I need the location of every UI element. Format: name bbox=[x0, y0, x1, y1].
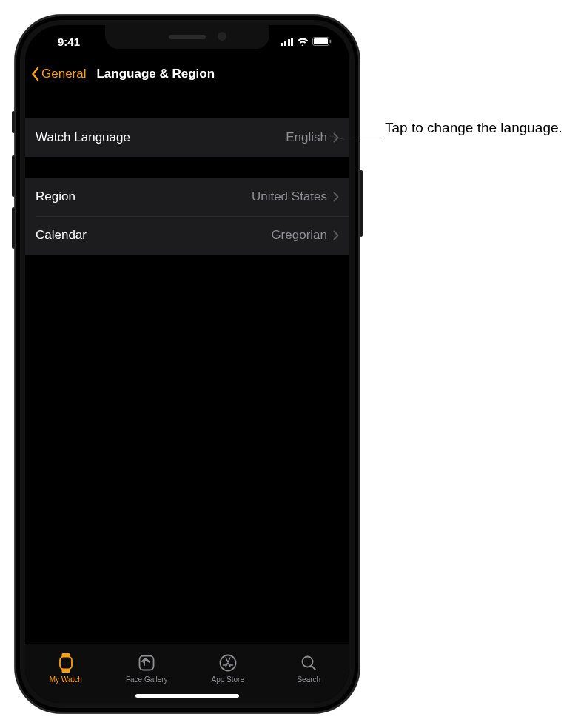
callout-leader-line bbox=[343, 141, 381, 141]
volume-down-button bbox=[12, 207, 15, 249]
tab-search[interactable]: Search bbox=[269, 644, 350, 691]
app-store-icon bbox=[218, 653, 238, 673]
tab-my-watch[interactable]: My Watch bbox=[25, 644, 107, 691]
calendar-row[interactable]: Calendar Gregorian bbox=[25, 216, 349, 255]
tab-label: Face Gallery bbox=[126, 675, 168, 684]
svg-rect-2 bbox=[330, 40, 332, 44]
screen: 9:41 General La bbox=[25, 25, 349, 703]
navigation-bar: General Language & Region bbox=[25, 58, 349, 90]
chevron-right-icon bbox=[333, 192, 339, 202]
callout-text: Tap to change the language. bbox=[385, 118, 562, 138]
side-button bbox=[360, 170, 363, 237]
svg-rect-5 bbox=[60, 656, 72, 669]
row-value: United States bbox=[252, 189, 327, 204]
search-icon bbox=[299, 653, 318, 673]
status-time: 9:41 bbox=[43, 36, 95, 48]
watch-icon bbox=[58, 653, 74, 673]
row-label: Watch Language bbox=[36, 130, 286, 145]
settings-content: Watch Language English Region United Sta… bbox=[25, 90, 349, 644]
row-label: Calendar bbox=[36, 228, 271, 243]
page-title: Language & Region bbox=[86, 67, 343, 81]
face-gallery-icon bbox=[137, 653, 156, 673]
cellular-signal-icon bbox=[281, 38, 294, 46]
tab-label: Search bbox=[297, 675, 320, 684]
row-value: Gregorian bbox=[271, 228, 327, 243]
volume-up-button bbox=[12, 155, 15, 197]
chevron-left-icon bbox=[31, 67, 40, 81]
region-row[interactable]: Region United States bbox=[25, 178, 349, 216]
mute-switch bbox=[12, 111, 15, 133]
tab-label: App Store bbox=[212, 675, 244, 684]
watch-language-row[interactable]: Watch Language English bbox=[25, 118, 349, 157]
tab-label: My Watch bbox=[50, 675, 82, 684]
iphone-frame: 9:41 General La bbox=[15, 15, 360, 713]
battery-icon bbox=[312, 37, 332, 46]
tab-app-store[interactable]: App Store bbox=[187, 644, 269, 691]
svg-line-9 bbox=[312, 666, 315, 670]
svg-rect-1 bbox=[314, 38, 328, 44]
speaker-grille bbox=[169, 35, 206, 39]
wifi-icon bbox=[297, 37, 309, 46]
row-label: Region bbox=[36, 189, 252, 204]
home-indicator[interactable] bbox=[135, 694, 239, 698]
front-camera bbox=[218, 32, 226, 41]
row-value: English bbox=[286, 130, 327, 145]
back-button[interactable]: General bbox=[31, 67, 86, 81]
tab-face-gallery[interactable]: Face Gallery bbox=[107, 644, 188, 691]
back-label: General bbox=[41, 67, 86, 81]
chevron-right-icon bbox=[333, 230, 339, 240]
notch bbox=[105, 25, 269, 49]
